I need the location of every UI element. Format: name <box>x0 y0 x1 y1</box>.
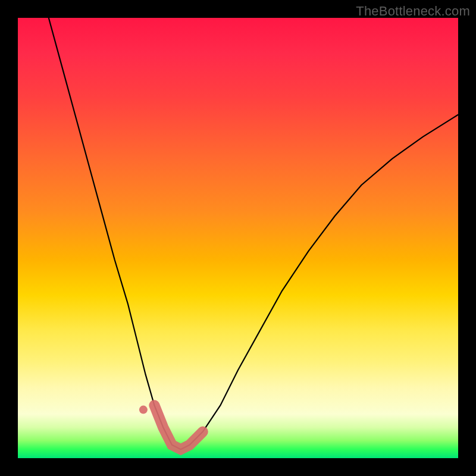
bottleneck-curve <box>49 18 458 449</box>
outer-frame: TheBottleneck.com <box>0 0 476 476</box>
watermark-text: TheBottleneck.com <box>356 4 470 19</box>
highlight-dot <box>139 406 148 414</box>
chart-overlay <box>18 18 458 458</box>
highlight-band <box>154 405 202 449</box>
